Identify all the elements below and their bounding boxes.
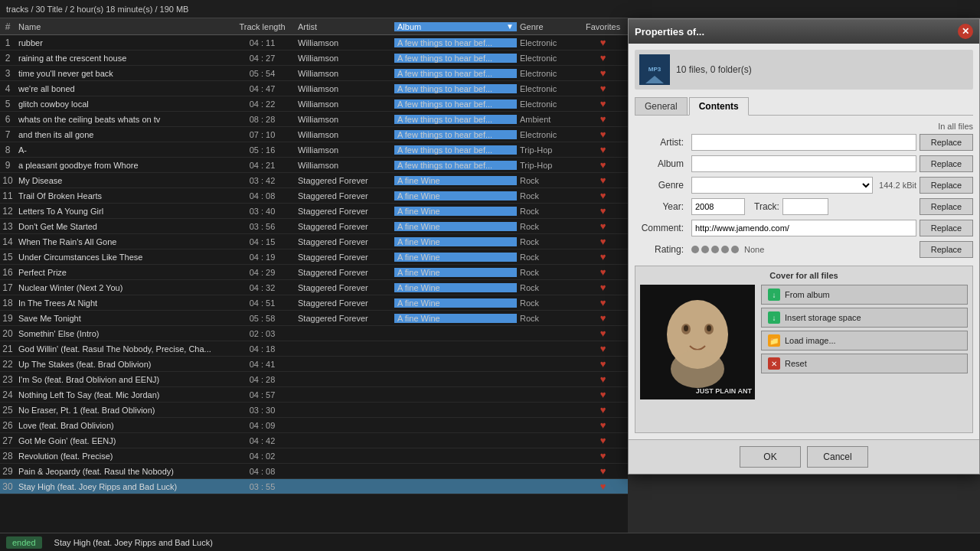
table-row[interactable]: 8A-05 : 16WilliamsonA few things to hear…: [0, 142, 628, 158]
row-favorite[interactable]: ♥: [586, 236, 620, 247]
table-row[interactable]: 22Up The Stakes (feat. Brad Oblivion)04 …: [0, 357, 628, 372]
row-num: 17: [0, 282, 15, 293]
table-row[interactable]: 27Got Me Goin' (feat. EENJ)04 : 42♥: [0, 433, 628, 448]
row-favorite[interactable]: ♥: [586, 373, 620, 385]
load-image-button[interactable]: 📁 Load image...: [761, 331, 968, 350]
comment-input[interactable]: [691, 220, 916, 236]
row-favorite[interactable]: ♥: [586, 159, 620, 171]
row-favorite[interactable]: ♥: [586, 205, 620, 217]
row-favorite[interactable]: ♥: [586, 312, 620, 324]
rating-dot-5[interactable]: [731, 246, 739, 253]
row-favorite[interactable]: ♥: [586, 251, 620, 262]
table-row[interactable]: 24Nothing Left To Say (feat. Mic Jordan)…: [0, 387, 628, 403]
table-row[interactable]: 21God Willin' (feat. Rasul The Nobody, P…: [0, 341, 628, 357]
table-row[interactable]: 15Under Circumstances Like These04 : 19S…: [0, 249, 628, 265]
row-favorite[interactable]: ♥: [586, 389, 620, 400]
row-favorite[interactable]: ♥: [586, 83, 620, 94]
album-input[interactable]: [691, 155, 916, 172]
tab-contents[interactable]: Contents: [689, 97, 749, 116]
table-row[interactable]: 12Letters To A Young Girl03 : 40Staggere…: [0, 204, 628, 219]
album-replace-button[interactable]: Replace: [920, 155, 973, 172]
row-favorite[interactable]: ♥: [586, 67, 620, 79]
col-length-header[interactable]: Track length: [230, 22, 295, 31]
table-row[interactable]: 11Trail Of Broken Hearts04 : 08Staggered…: [0, 188, 628, 204]
reset-cover-button[interactable]: ✕ Reset: [761, 354, 968, 373]
table-row[interactable]: 28Revolution (feat. Precise)04 : 02♥: [0, 448, 628, 464]
artist-input[interactable]: [691, 134, 916, 151]
insert-storage-button[interactable]: ↓ Insert storage space: [761, 308, 968, 328]
row-favorite[interactable]: ♥: [586, 465, 620, 477]
row-favorite[interactable]: ♥: [586, 481, 620, 492]
table-row[interactable]: 16Perfect Prize04 : 29Staggered ForeverA…: [0, 265, 628, 280]
comment-replace-button[interactable]: Replace: [920, 220, 973, 236]
tab-general[interactable]: General: [635, 97, 688, 115]
table-row[interactable]: 20Somethin' Else (Intro)02 : 03♥: [0, 326, 628, 341]
row-favorite[interactable]: ♥: [586, 419, 620, 431]
row-favorite[interactable]: ♥: [586, 358, 620, 370]
year-replace-button[interactable]: Replace: [920, 198, 973, 215]
row-favorite[interactable]: ♥: [586, 266, 620, 278]
table-row[interactable]: 6whats on the ceiling beats whats on tv0…: [0, 112, 628, 127]
rating-replace-button[interactable]: Replace: [920, 241, 973, 258]
rating-dot-1[interactable]: [691, 246, 699, 253]
row-favorite[interactable]: ♥: [586, 98, 620, 109]
genre-replace-button[interactable]: Replace: [920, 177, 973, 194]
col-name-header[interactable]: Name: [15, 22, 230, 31]
table-row[interactable]: 17Nuclear Winter (Next 2 You)04 : 32Stag…: [0, 280, 628, 295]
row-favorite[interactable]: ♥: [586, 435, 620, 446]
artist-replace-button[interactable]: Replace: [920, 134, 973, 151]
row-favorite[interactable]: ♥: [586, 450, 620, 461]
rating-dot-3[interactable]: [711, 246, 719, 253]
row-num: 8: [0, 145, 15, 155]
track-input[interactable]: [782, 198, 828, 215]
col-album-header[interactable]: Album ▼: [394, 22, 517, 31]
rating-dot-2[interactable]: [701, 246, 709, 253]
row-genre: Trip-Hop: [517, 145, 586, 155]
col-fav-header[interactable]: Favorites: [586, 22, 620, 31]
row-favorite[interactable]: ♥: [586, 113, 620, 125]
year-input[interactable]: [691, 198, 745, 215]
row-favorite[interactable]: ♥: [586, 297, 620, 308]
row-favorite[interactable]: ♥: [586, 144, 620, 155]
row-favorite[interactable]: ♥: [586, 52, 620, 64]
row-favorite[interactable]: ♥: [586, 343, 620, 354]
table-row[interactable]: 7and then its all gone07 : 10WilliamsonA…: [0, 127, 628, 142]
table-row[interactable]: 29Pain & Jeopardy (feat. Rasul the Nobod…: [0, 464, 628, 479]
table-row[interactable]: 2raining at the crescent house04 : 27Wil…: [0, 51, 628, 66]
dialog-close-button[interactable]: ✕: [958, 24, 973, 39]
table-row[interactable]: 19Save Me Tonight05 : 58Staggered Foreve…: [0, 311, 628, 326]
col-num-header: #: [0, 21, 15, 32]
row-favorite[interactable]: ♥: [586, 282, 620, 293]
table-row[interactable]: 13Don't Get Me Started03 : 56Staggered F…: [0, 219, 628, 234]
row-favorite[interactable]: ♥: [586, 37, 620, 48]
row-favorite[interactable]: ♥: [586, 190, 620, 201]
table-row[interactable]: 5glitch cowboy local04 : 22WilliamsonA f…: [0, 96, 628, 112]
row-favorite[interactable]: ♥: [586, 174, 620, 186]
col-genre-header[interactable]: Genre: [517, 22, 586, 31]
table-row[interactable]: 18In The Trees At Night04 : 51Staggered …: [0, 295, 628, 311]
row-genre: Electronic: [517, 38, 586, 47]
table-row[interactable]: 26Love (feat. Brad Oblivion)04 : 09♥: [0, 418, 628, 433]
table-row[interactable]: 3time you'll never get back05 : 54Willia…: [0, 66, 628, 81]
row-favorite[interactable]: ♥: [586, 220, 620, 232]
table-row[interactable]: 25No Eraser, Pt. 1 (feat. Brad Oblivion)…: [0, 403, 628, 418]
table-row[interactable]: 14When The Rain's All Gone04 : 15Stagger…: [0, 234, 628, 249]
row-favorite[interactable]: ♥: [586, 404, 620, 416]
table-row[interactable]: 30Stay High (feat. Joey Ripps and Bad Lu…: [0, 479, 628, 494]
row-favorite[interactable]: ♥: [586, 328, 620, 339]
rating-dot-4[interactable]: [721, 246, 729, 253]
bitrate-label: 144.2 kBit: [879, 181, 916, 190]
cover-content: JUST PLAIN ANT ↓ From album ↓ Insert sto…: [640, 285, 968, 399]
ok-button[interactable]: OK: [740, 446, 801, 468]
table-row[interactable]: 9a pleasant goodbye from Whore04 : 21Wil…: [0, 158, 628, 173]
row-favorite[interactable]: ♥: [586, 129, 620, 140]
table-row[interactable]: 10My Disease03 : 42Staggered ForeverA fi…: [0, 173, 628, 188]
table-row[interactable]: 1rubber04 : 11WilliamsonA few things to …: [0, 35, 628, 51]
col-artist-header[interactable]: Artist: [295, 22, 394, 31]
row-num: 26: [0, 420, 15, 431]
table-row[interactable]: 23I'm So (feat. Brad Oblivion and EENJ)0…: [0, 372, 628, 387]
table-row[interactable]: 4we're all boned04 : 47WilliamsonA few t…: [0, 81, 628, 96]
genre-select[interactable]: [691, 177, 873, 194]
from-album-button[interactable]: ↓ From album: [761, 285, 968, 305]
cancel-button[interactable]: Cancel: [807, 446, 868, 468]
